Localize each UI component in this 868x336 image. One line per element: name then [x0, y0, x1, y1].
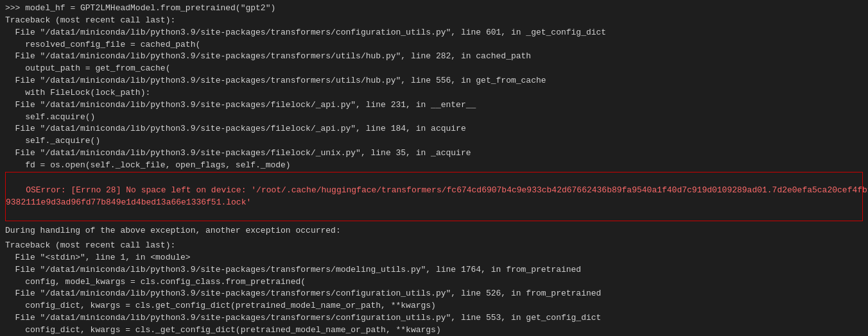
traceback-line-7: File "/data1/miniconda/lib/python3.9/sit…: [5, 99, 863, 112]
during-handling: During handling of the above exception, …: [5, 225, 863, 237]
traceback-line-1: File "/data1/miniconda/lib/python3.9/sit…: [5, 27, 863, 39]
traceback-line-9: File "/data1/miniconda/lib/python3.9/sit…: [5, 123, 863, 135]
traceback-line-3: File "/data1/miniconda/lib/python3.9/sit…: [5, 51, 863, 63]
traceback-line-5: File "/data1/miniconda/lib/python3.9/sit…: [5, 75, 863, 87]
traceback-line-8: self.acquire(): [5, 112, 863, 124]
traceback-header-1: Traceback (most recent call last):: [5, 15, 863, 27]
traceback-line-10: self._acquire(): [5, 135, 863, 147]
oserror-block: OSError: [Errno 28] No space left on dev…: [5, 172, 863, 221]
oserror-line-1: OSError: [Errno 28] No space left on dev…: [26, 185, 868, 195]
terminal: >>> model_hf = GPT2LMHeadModel.from_pret…: [0, 0, 868, 336]
mid-line-3: config, model_kwargs = cls.config_class.…: [5, 276, 863, 289]
prompt-line: >>> model_hf = GPT2LMHeadModel.from_pret…: [5, 3, 863, 15]
oserror-line-2: 9382111e9d3ad96fd77b849e1d4bed13a66e1336…: [6, 197, 251, 207]
mid-line-7: config_dict, kwargs = cls._get_config_di…: [5, 324, 863, 336]
mid-line-4: File "/data1/miniconda/lib/python3.9/sit…: [5, 288, 863, 300]
traceback-line-6: with FileLock(lock_path):: [5, 87, 863, 99]
traceback-line-2: resolved_config_file = cached_path(: [5, 39, 863, 51]
traceback-header-2: Traceback (most recent call last):: [5, 240, 863, 252]
mid-line-6: File "/data1/miniconda/lib/python3.9/sit…: [5, 312, 863, 324]
mid-line-1: File "<stdin>", line 1, in <module>: [5, 252, 863, 264]
mid-line-5: config_dict, kwargs = cls.get_config_dic…: [5, 300, 863, 312]
traceback-line-12: fd = os.open(self._lock_file, open_flags…: [5, 160, 863, 172]
traceback-line-11: File "/data1/miniconda/lib/python3.9/sit…: [5, 147, 863, 160]
mid-line-2: File "/data1/miniconda/lib/python3.9/sit…: [5, 264, 863, 276]
traceback-line-4: output_path = get_from_cache(: [5, 63, 863, 75]
